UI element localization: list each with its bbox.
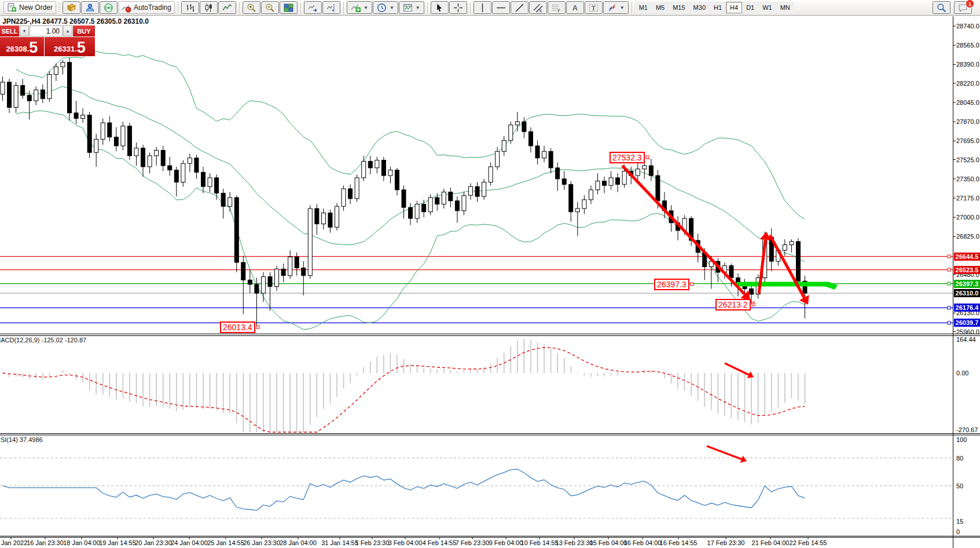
- date-axis-label[interactable]: 24 Jan 04:00: [171, 539, 208, 546]
- date-axis-label[interactable]: 13 Feb 23:30: [556, 539, 593, 546]
- periods-button[interactable]: ▼: [373, 1, 398, 14]
- tile-windows-button[interactable]: [280, 1, 298, 14]
- candle-body: [649, 166, 653, 176]
- vertical-line-button[interactable]: [474, 1, 491, 14]
- date-axis-label[interactable]: 17 Feb 23:30: [707, 539, 745, 546]
- date-axis-label[interactable]: 28 Jan 04:00: [280, 539, 317, 546]
- support-highlight-band[interactable]: [736, 282, 830, 287]
- candle-body: [575, 209, 579, 212]
- price-axis-label: 27870.0: [956, 118, 979, 125]
- chart-shift-button[interactable]: [322, 1, 340, 14]
- crosshair-button[interactable]: [449, 1, 467, 14]
- date-axis-label[interactable]: 15 Feb 04:00: [590, 539, 627, 546]
- date-axis-label[interactable]: 16 Feb 14:55: [660, 539, 698, 546]
- date-axis-label[interactable]: Jan 2022: [1, 539, 27, 546]
- date-axis-label[interactable]: 31 Jan 14:55: [321, 539, 358, 546]
- level-anchor-square[interactable]: [948, 255, 950, 258]
- date-axis-label[interactable]: 20 Jan 23:30: [135, 539, 172, 546]
- community-button[interactable]: [81, 1, 99, 14]
- search-button[interactable]: [933, 1, 950, 14]
- date-axis-label[interactable]: 4 Feb 14:55: [423, 539, 457, 546]
- level-anchor-square[interactable]: [948, 322, 950, 324]
- level-anchor-square[interactable]: [948, 306, 950, 309]
- candle-body: [422, 204, 426, 211]
- timeframe-button-m1[interactable]: M1: [635, 2, 652, 13]
- autotrading-button[interactable]: AutoTrading: [118, 1, 175, 14]
- trend-arrow-line[interactable]: [707, 446, 742, 459]
- chart-shift-icon: [326, 3, 336, 13]
- horizontal-line-button[interactable]: [492, 1, 510, 14]
- timeframe-button-d1[interactable]: D1: [742, 2, 758, 13]
- buy-header-button[interactable]: BUY: [73, 25, 95, 36]
- date-axis-label[interactable]: 22 Feb 14:55: [790, 539, 827, 546]
- toolbar-separator: [470, 2, 471, 13]
- cursor-button[interactable]: [431, 1, 449, 14]
- clock-icon: [377, 3, 387, 13]
- candle-body: [281, 269, 285, 275]
- zoom-in-button[interactable]: [243, 1, 260, 14]
- new-order-button[interactable]: New Order: [3, 1, 56, 14]
- text-button[interactable]: A: [566, 1, 584, 14]
- level-anchor-square[interactable]: [948, 268, 950, 271]
- candle-body: [302, 268, 306, 275]
- date-axis-label[interactable]: 19 Jan 14:55: [99, 539, 136, 546]
- date-axis-label[interactable]: 18 Jan 04:00: [63, 539, 100, 546]
- date-axis-label[interactable]: 16 Feb 04:00: [624, 539, 662, 546]
- candle-body: [509, 125, 513, 141]
- signals-button[interactable]: [100, 1, 118, 14]
- date-axis-label[interactable]: 16 Jan 23:30: [27, 539, 64, 546]
- date-axis-label[interactable]: 25 Jan 14:55: [207, 539, 244, 546]
- timeframe-button-m15[interactable]: M15: [669, 2, 689, 13]
- price-callout[interactable]: 27532.3: [610, 152, 645, 163]
- auto-scroll-button[interactable]: [304, 1, 322, 14]
- date-axis-label[interactable]: 21 Feb 04:00: [752, 539, 790, 546]
- chart-canvas[interactable]: [0, 0, 980, 548]
- fibonacci-button[interactable]: F: [548, 1, 566, 14]
- date-axis-label[interactable]: 7 Feb 23:30: [456, 539, 490, 546]
- trend-arrow-line[interactable]: [725, 363, 748, 375]
- trend-arrow-line[interactable]: [622, 166, 744, 294]
- timeframe-button-w1[interactable]: W1: [758, 2, 776, 13]
- candle-body: [161, 150, 165, 166]
- notifications-button[interactable]: 1: [954, 1, 972, 14]
- date-axis-label[interactable]: 3 Feb 04:00: [388, 539, 423, 546]
- macd-axis-label: 164.44: [956, 336, 976, 343]
- sell-price-button[interactable]: 26308.5: [0, 37, 44, 56]
- price-callout[interactable]: 26213.2: [715, 299, 751, 310]
- equidistant-channel-button[interactable]: E: [529, 1, 547, 14]
- volume-down-spinner[interactable]: ▼: [20, 25, 29, 36]
- candle-body: [21, 85, 25, 95]
- dropdown-caret-icon: ▼: [364, 5, 368, 10]
- date-axis-label[interactable]: 1 Feb 23:30: [355, 539, 390, 546]
- date-axis-label[interactable]: 9 Feb 04:00: [489, 539, 523, 546]
- price-callout[interactable]: 26013.4: [220, 322, 255, 333]
- templates-button[interactable]: ▼: [399, 1, 424, 14]
- timeframe-button-m30[interactable]: M30: [689, 2, 710, 13]
- timeframe-button-h4[interactable]: H4: [726, 2, 742, 13]
- volume-input[interactable]: 1.00: [30, 25, 63, 36]
- date-axis-label[interactable]: 10 Feb 14:55: [521, 539, 559, 546]
- arrows-button[interactable]: ▼: [603, 1, 629, 14]
- timeframe-button-mn[interactable]: MN: [776, 2, 794, 13]
- zoom-out-button[interactable]: [261, 1, 279, 14]
- buy-price-button[interactable]: 26331.5: [45, 37, 95, 56]
- toolbar-separator: [239, 2, 240, 13]
- bar-chart-button[interactable]: [181, 1, 199, 14]
- buy-price-big-digit: 5: [77, 40, 86, 55]
- date-axis-label[interactable]: 26 Jan 23:30: [243, 539, 280, 546]
- indicators-button[interactable]: ▼: [347, 1, 372, 14]
- price-callout[interactable]: 26397.3: [654, 279, 689, 290]
- trendline-button[interactable]: [511, 1, 528, 14]
- timeframe-button-h1[interactable]: H1: [710, 2, 726, 13]
- line-chart-button[interactable]: [218, 1, 236, 14]
- level-anchor-square[interactable]: [948, 282, 950, 285]
- fibonacci-icon: F: [552, 3, 561, 13]
- journal-button[interactable]: [63, 1, 80, 14]
- candle-body: [489, 167, 493, 182]
- candle-body: [114, 137, 118, 146]
- volume-up-spinner[interactable]: ▲: [63, 25, 72, 36]
- candlestick-chart-button[interactable]: [200, 1, 218, 14]
- text-label-button[interactable]: T: [585, 1, 603, 14]
- sell-header-button[interactable]: SELL: [0, 25, 19, 36]
- timeframe-button-m5[interactable]: M5: [652, 2, 669, 13]
